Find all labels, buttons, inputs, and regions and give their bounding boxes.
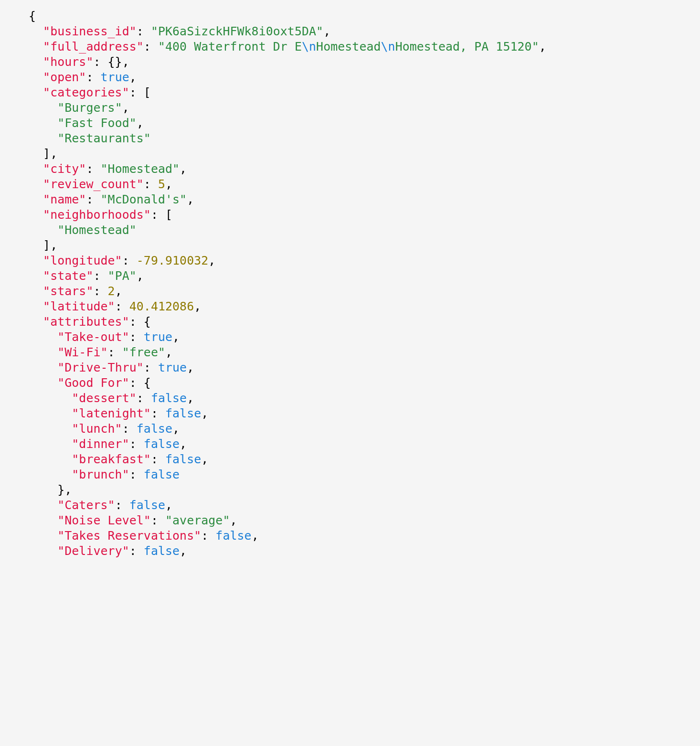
json-code-block: { "business_id": "PK6aSizckHFWk8i0oxt5DA… [0, 0, 700, 559]
key-categories: "categories" [43, 85, 129, 99]
key-hours: "hours" [43, 55, 93, 69]
val-full-address-p3: Homestead, PA 15120" [395, 40, 539, 53]
escape-newline: \n [302, 40, 316, 53]
key-state: "state" [43, 269, 93, 283]
val-gf-dinner: false [144, 437, 180, 451]
key-gf-dinner: "dinner" [72, 437, 129, 451]
val-city: "Homestead" [101, 162, 180, 176]
val-gf-breakfast: false [165, 452, 201, 466]
key-business-id: "business_id" [43, 24, 137, 38]
val-longitude: -79.910032 [137, 254, 209, 267]
key-gf-brunch: "brunch" [72, 468, 129, 481]
key-gf-dessert: "dessert" [72, 391, 136, 405]
key-attributes: "attributes" [43, 315, 129, 329]
key-gf-breakfast: "breakfast" [72, 452, 151, 466]
val-review-count: 5 [158, 177, 165, 191]
val-stars: 2 [108, 284, 115, 298]
key-attr-caters: "Caters" [57, 498, 115, 512]
val-attr-takeout: true [144, 330, 172, 344]
val-categories-2: "Restaurants" [57, 131, 151, 145]
key-attr-goodfor: "Good For" [57, 376, 129, 390]
key-name: "name" [43, 192, 86, 206]
key-attr-noise: "Noise Level" [57, 513, 151, 527]
key-latitude: "latitude" [43, 299, 115, 313]
val-gf-lunch: false [137, 422, 172, 436]
val-categories-0: "Burgers" [57, 101, 122, 115]
val-attr-reserv: false [215, 529, 251, 543]
key-longitude: "longitude" [43, 254, 122, 267]
key-city: "city" [43, 162, 86, 176]
val-latitude: 40.412086 [129, 299, 194, 313]
escape-newline: \n [381, 40, 395, 53]
val-gf-brunch: false [144, 468, 180, 481]
val-gf-dessert: false [151, 391, 187, 405]
key-review-count: "review_count" [43, 177, 144, 191]
val-full-address-p1: "400 Waterfront Dr E [158, 40, 302, 53]
val-attr-drivethru: true [158, 361, 187, 374]
key-attr-wifi: "Wi-Fi" [57, 345, 107, 359]
key-open: "open" [43, 70, 86, 84]
key-attr-reserv: "Takes Reservations" [57, 529, 201, 543]
key-full-address: "full_address" [43, 40, 144, 53]
val-neighborhoods-0: "Homestead" [57, 223, 137, 237]
val-attr-wifi: "free" [122, 345, 165, 359]
val-open: true [101, 70, 129, 84]
key-stars: "stars" [43, 284, 93, 298]
val-attr-delivery: false [144, 544, 180, 558]
val-attr-noise: "average" [165, 513, 230, 527]
val-name: "McDonald's" [101, 192, 187, 206]
key-attr-drivethru: "Drive-Thru" [57, 361, 144, 374]
val-full-address-p2: Homestead [316, 40, 381, 53]
key-attr-delivery: "Delivery" [57, 544, 129, 558]
key-gf-lunch: "lunch" [72, 422, 122, 436]
key-attr-takeout: "Take-out" [57, 330, 129, 344]
val-state: "PA" [108, 269, 137, 283]
key-neighborhoods: "neighborhoods" [43, 208, 151, 222]
val-gf-latenight: false [165, 406, 201, 420]
val-attr-caters: false [129, 498, 165, 512]
val-categories-1: "Fast Food" [57, 116, 137, 130]
val-business-id: "PK6aSizckHFWk8i0oxt5DA" [151, 24, 323, 38]
key-gf-latenight: "latenight" [72, 406, 151, 420]
